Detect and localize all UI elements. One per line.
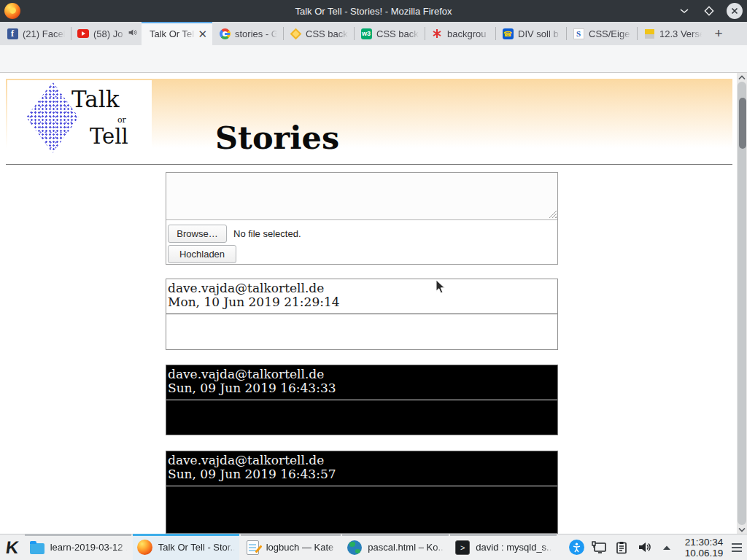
browse-button[interactable]: Browse… [168,225,227,243]
phone-icon: ☎ [502,28,514,39]
clock-time: 21:30:34 [681,537,723,548]
firefox-icon [137,540,153,556]
message-card: dave.vajda@talkortell.de Mon, 10 Jun 201… [166,279,558,350]
window-title: Talk Or Tell - Stories! - Mozilla Firefo… [0,6,747,17]
new-tab-button[interactable]: + [708,22,729,45]
red-asterisk-icon [431,28,443,39]
message-sender: dave.vajda@talkortell.de [168,281,556,295]
panel-menu-icon[interactable] [729,540,744,556]
task-konsole[interactable]: > david : mysqld_s... [450,534,557,560]
tab-audio-icon[interactable] [128,28,137,39]
accessibility-icon[interactable] [568,540,584,556]
tab-talk-or-tell-active[interactable]: Talk Or Tel ✕ [142,22,212,45]
tray-expand-icon[interactable] [659,540,675,556]
maximize-button[interactable] [702,4,716,18]
scrollbar-track[interactable] [738,82,746,525]
konqueror-globe-icon [347,540,363,556]
kate-icon [245,540,261,556]
kde-logo-icon: K [4,537,20,558]
digital-clock[interactable]: 21:30:34 10.06.19 [681,537,723,559]
message-date: Sun, 09 Jun 2019 16:43:33 [168,381,556,395]
minimize-button[interactable] [677,4,692,18]
site-header: Talk or Tell Stories [6,79,732,158]
google-icon [219,28,231,39]
task-file-manager[interactable]: learn-2019-03-12 ... [25,534,131,560]
talk-or-tell-logo: Talk or Tell [7,80,152,156]
message-divider [166,314,557,314]
browser-viewport: Talk or Tell Stories Browse… No file sel… [0,73,747,534]
upload-button[interactable]: Hochladen [168,245,236,263]
message-date: Sun, 09 Jun 2019 16:43:57 [168,467,556,481]
selfhtml-icon: S [573,28,584,39]
mouse-cursor [436,279,446,298]
tab-div-soll[interactable]: ☎ DIV soll b [495,22,566,45]
yellow-doc-icon [643,28,655,39]
volume-icon[interactable] [636,540,652,556]
app-launcher-button[interactable]: K [0,534,25,560]
navigation-toolbar: i 192.168.178.28/messages6/dave.vajda@ta… [0,45,747,73]
page-scrollbar[interactable] [737,73,747,534]
tab-12-3-vers[interactable]: 12.3 Verse [637,22,708,45]
tab-strip: f (21) Faceb (58) Jo Talk Or Tel ✕ stori… [0,22,747,45]
clock-date: 10.06.19 [681,548,723,559]
textarea-resize-handle[interactable] [549,210,557,218]
tab-stories-search[interactable]: stories - G [212,22,283,45]
tab-close-icon[interactable]: ✕ [197,28,208,39]
message-card: dave.vajda@talkortell.de Sun, 09 Jun 201… [166,451,558,534]
folder-icon [29,540,45,556]
tab-background[interactable]: backgrou [425,22,495,45]
kde-taskbar: K learn-2019-03-12 ... Talk Or Tell - St… [0,534,747,560]
tab-css-background-2[interactable]: w3 CSS backg [354,22,425,45]
scrollbar-thumb[interactable] [739,98,746,149]
task-konqueror[interactable]: pascal.html – Ko... [342,534,449,560]
w3schools-icon: w3 [360,28,372,39]
file-status-text: No file selected. [233,228,301,239]
facebook-icon: f [7,28,18,39]
message-divider [166,400,557,400]
story-upload-form: Browse… No file selected. Hochladen [166,172,558,265]
message-card: dave.vajda@talkortell.de Sun, 09 Jun 201… [166,365,558,435]
scroll-up-icon[interactable] [737,73,747,82]
tab-youtube[interactable]: (58) Jo [71,22,142,45]
header-divider [6,164,732,166]
display-icon[interactable] [591,540,607,556]
message-sender: dave.vajda@talkortell.de [168,368,556,381]
close-button[interactable] [727,3,743,19]
message-sender: dave.vajda@talkortell.de [168,454,556,467]
task-kate[interactable]: logbuch — Kate [241,534,341,560]
system-tray [568,540,675,556]
gold-gem-icon [290,28,301,39]
clipboard-icon[interactable] [614,540,630,556]
message-divider [166,486,557,486]
page-title: Stories [215,120,339,156]
tab-selfhtml[interactable]: S CSS/Eige [566,22,637,45]
story-textarea[interactable] [166,173,557,220]
youtube-icon [77,28,89,39]
message-date: Mon, 10 Jun 2019 21:29:14 [168,295,556,309]
firefox-icon [4,3,20,19]
tab-css-background-1[interactable]: CSS backg [283,22,354,45]
task-firefox[interactable]: Talk Or Tell - Stor... [133,534,239,560]
tab-facebook[interactable]: f (21) Faceb [0,22,71,45]
window-titlebar: Talk Or Tell - Stories! - Mozilla Firefo… [0,0,747,22]
scroll-down-icon[interactable] [737,525,747,534]
konsole-icon: > [454,540,471,556]
